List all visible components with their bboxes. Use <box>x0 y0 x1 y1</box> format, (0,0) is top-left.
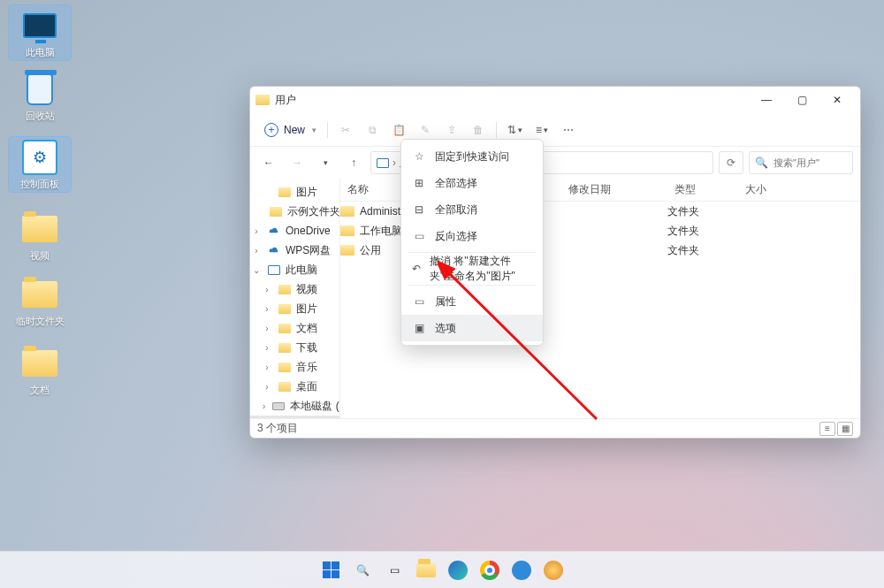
taskbar-app-2[interactable] <box>541 558 566 583</box>
refresh-button[interactable]: ⟳ <box>719 151 743 174</box>
folder-icon <box>340 225 354 236</box>
back-button[interactable]: ← <box>257 151 280 174</box>
desktop[interactable]: 此电脑 回收站 ⚙ 控制面板 视频 临时文件夹 文档 用户 — ▢ ✕ + N <box>0 0 884 588</box>
sidebar-item[interactable]: 示例文件夹 <box>250 202 339 221</box>
context-menu-properties[interactable]: ▭属性 <box>401 288 543 315</box>
folder-icon <box>255 95 270 105</box>
task-view-button[interactable]: ▭ <box>382 558 407 583</box>
search-icon: 🔍 <box>755 157 768 169</box>
sidebar-item-label: 桌面 <box>296 379 317 394</box>
search-button[interactable]: 🔍 <box>350 558 375 583</box>
desktop-icon-label: 此电脑 <box>26 47 55 58</box>
close-button[interactable]: ✕ <box>819 88 855 112</box>
chevron-right-icon: › <box>392 157 396 169</box>
view-switcher[interactable]: ≡ ▦ <box>819 422 853 436</box>
address-row: ← → ▾ ↑ › 此电脑 › 本地 ⟳ 🔍 <box>250 147 860 179</box>
taskbar-app-explorer[interactable] <box>414 558 438 583</box>
plus-icon: + <box>264 123 278 137</box>
options-icon: ▣ <box>412 321 426 335</box>
desktop-icon-folder-2[interactable]: 临时文件夹 <box>9 276 71 327</box>
copy-button: ⧉ <box>360 118 385 142</box>
maximize-button[interactable]: ▢ <box>784 88 819 112</box>
chevron-icon: › <box>263 304 271 314</box>
taskbar-app-chrome[interactable] <box>477 558 502 583</box>
sidebar-item-label: 文档 <box>296 321 317 336</box>
chevron-icon: › <box>252 226 261 236</box>
sidebar-item[interactable]: ›下载 <box>250 338 339 357</box>
chevron-icon: › <box>263 382 271 392</box>
sidebar-item[interactable]: ›图片 <box>250 299 339 318</box>
desktop-icon-folder-3[interactable]: 文档 <box>9 345 71 396</box>
search-box[interactable]: 🔍 <box>749 151 853 174</box>
folder-icon <box>278 343 291 353</box>
recent-button[interactable]: ▾ <box>314 151 337 174</box>
titlebar[interactable]: 用户 — ▢ ✕ <box>250 87 860 113</box>
context-menu-select-all[interactable]: ⊞全部选择 <box>401 170 543 196</box>
grid-view-icon[interactable]: ▦ <box>837 422 853 436</box>
search-input[interactable] <box>774 157 844 168</box>
desktop-icon-label: 文档 <box>30 385 50 396</box>
sidebar-item[interactable]: ›音乐 <box>250 357 339 377</box>
desktop-icon-this-pc[interactable]: 此电脑 <box>9 5 71 60</box>
new-button[interactable]: + New ▾ <box>259 118 322 142</box>
sidebar-item[interactable]: ›OneDrive <box>250 221 339 241</box>
context-menu-select-none[interactable]: ⊟全部取消 <box>401 196 543 223</box>
pc-icon <box>377 158 389 168</box>
start-button[interactable] <box>318 558 343 583</box>
file-explorer-window: 用户 — ▢ ✕ + New ▾ ✂ ⧉ 📋 ✎ ⇪ 🗑 ⇅▾ ≡▾ ⋯ ← <box>249 86 861 439</box>
up-button[interactable]: ↑ <box>342 151 365 174</box>
minimize-button[interactable]: — <box>749 88 784 112</box>
navigation-pane[interactable]: 图片示例文件夹›OneDrive›WPS网盘⌄此电脑›视频›图片›文档›下载›音… <box>250 179 340 418</box>
select-all-icon: ⊞ <box>412 176 426 190</box>
desktop-icon-label: 视频 <box>30 250 50 262</box>
col-type[interactable]: 类型 <box>667 182 738 197</box>
details-view-icon[interactable]: ≡ <box>819 422 835 436</box>
invert-icon: ▭ <box>412 229 426 243</box>
file-name: 工作电脑 <box>360 224 402 239</box>
cloud-icon <box>268 246 280 255</box>
sidebar-item-label: 视频 <box>296 282 317 297</box>
file-type: 文件夹 <box>667 243 738 258</box>
sidebar-item[interactable]: ›桌面 <box>250 377 339 396</box>
sidebar-item[interactable]: ›WPS网盘 <box>250 241 339 260</box>
desktop-icon-recycle-bin[interactable]: 回收站 <box>9 71 71 122</box>
context-menu-label: 撤消 将"新建文件夹"重命名为"图片" <box>430 254 532 284</box>
context-menu-undo[interactable]: ↶撤消 将"新建文件夹"重命名为"图片" <box>401 256 543 282</box>
undo-icon: ↶ <box>412 262 421 276</box>
folder-icon <box>278 304 291 314</box>
sidebar-item-label: 此电脑 <box>286 263 317 278</box>
sidebar-item[interactable]: ⌄此电脑 <box>250 260 339 279</box>
desktop-icon-label: 回收站 <box>26 111 55 122</box>
context-menu-invert[interactable]: ▭反向选择 <box>401 223 543 249</box>
toolbar: + New ▾ ✂ ⧉ 📋 ✎ ⇪ 🗑 ⇅▾ ≡▾ ⋯ <box>250 113 860 147</box>
folder-icon <box>278 285 291 294</box>
sidebar-item-label: 本地磁盘 (C:) <box>290 399 340 414</box>
desktop-icon-control-panel[interactable]: ⚙ 控制面板 <box>9 137 71 192</box>
chevron-icon: › <box>263 363 271 372</box>
taskbar-app-edge[interactable] <box>446 558 470 583</box>
context-menu-label: 全部取消 <box>435 202 477 218</box>
more-button[interactable]: ⋯ <box>556 118 581 142</box>
sidebar-item[interactable]: ›文档 <box>250 318 339 338</box>
sidebar-item-label: OneDrive <box>286 225 331 237</box>
taskbar-app-1[interactable] <box>509 558 534 583</box>
drive-icon <box>272 402 285 410</box>
cloud-icon <box>268 226 280 235</box>
folder-icon <box>278 187 291 197</box>
sidebar-item[interactable]: ›本地磁盘 (C:) <box>250 396 339 416</box>
taskbar[interactable]: 🔍 ▭ <box>0 551 884 588</box>
desktop-icon-label: 控制面板 <box>20 179 59 190</box>
context-menu-pin[interactable]: ☆固定到快速访问 <box>401 143 543 170</box>
sidebar-item[interactable]: 图片 <box>250 182 339 202</box>
context-menu-label: 固定到快速访问 <box>435 149 509 164</box>
file-name: 公用 <box>360 243 381 258</box>
context-menu-options[interactable]: ▣选项 <box>401 315 543 341</box>
sidebar-item-label: 音乐 <box>296 360 317 375</box>
col-date[interactable]: 修改日期 <box>561 182 667 197</box>
col-size[interactable]: 大小 <box>738 182 791 197</box>
context-menu-label: 选项 <box>435 321 456 336</box>
sidebar-item[interactable]: ›视频 <box>250 279 339 299</box>
sidebar-item-label: 示例文件夹 <box>287 204 340 219</box>
desktop-icon-folder-1[interactable]: 视频 <box>9 210 71 262</box>
folder-icon <box>340 206 354 217</box>
